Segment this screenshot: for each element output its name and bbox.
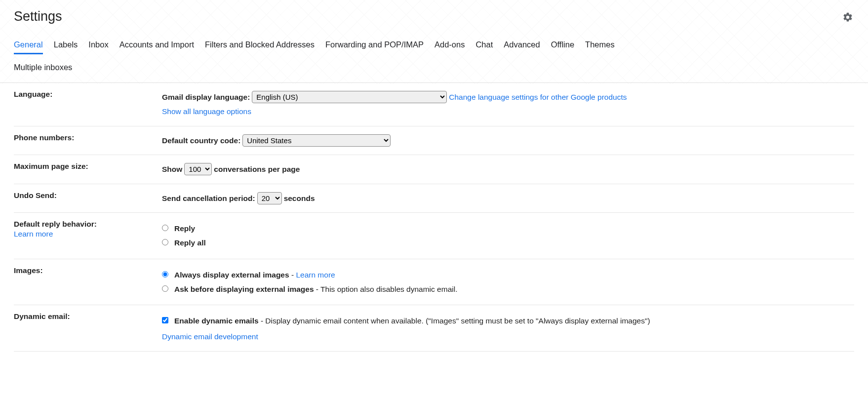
undo-period-select[interactable]: 20 <box>257 192 282 204</box>
setting-label-images: Images: <box>14 266 162 275</box>
tab-general[interactable]: General <box>14 37 43 54</box>
tab-inbox[interactable]: Inbox <box>88 37 108 54</box>
dynamic-enable-row[interactable]: Enable dynamic emails - Display dynamic … <box>162 315 854 326</box>
undo-suffix: seconds <box>284 191 315 205</box>
tab-advanced[interactable]: Advanced <box>504 37 540 54</box>
images-ask-desc: - This option also disables dynamic emai… <box>314 285 458 293</box>
setting-label-undo: Undo Send: <box>14 191 162 200</box>
setting-default-reply: Default reply behavior: Learn more Reply… <box>14 213 854 259</box>
images-option-ask[interactable]: Ask before displaying external images - … <box>162 283 854 295</box>
tabs-row-1: GeneralLabelsInboxAccounts and ImportFil… <box>14 37 854 54</box>
setting-phone-numbers: Phone numbers: Default country code: Uni… <box>14 126 854 155</box>
tab-chat[interactable]: Chat <box>475 37 493 54</box>
reply-radio-reply[interactable] <box>162 225 168 231</box>
page-size-prefix: Show <box>162 162 182 176</box>
tab-filters-and-blocked-addresses[interactable]: Filters and Blocked Addresses <box>205 37 315 54</box>
undo-prefix: Send cancellation period: <box>162 191 255 205</box>
change-language-other-products-link[interactable]: Change language settings for other Googl… <box>449 90 627 104</box>
gmail-display-language-label: Gmail display language: <box>162 90 250 104</box>
tab-add-ons[interactable]: Add-ons <box>434 37 465 54</box>
reply-option-reply[interactable]: Reply <box>162 223 854 234</box>
dynamic-enable-checkbox[interactable] <box>162 317 168 323</box>
setting-label-reply: Default reply behavior: <box>14 220 97 228</box>
reply-option-reply-all[interactable]: Reply all <box>162 237 854 248</box>
setting-undo-send: Undo Send: Send cancellation period: 20 … <box>14 184 854 213</box>
images-always-label: Always display external images <box>174 271 289 279</box>
tabs-row-2: Multiple inboxes <box>14 59 854 82</box>
tab-accounts-and-import[interactable]: Accounts and Import <box>119 37 194 54</box>
images-sep1: - <box>289 271 296 279</box>
reply-radio-reply-all[interactable] <box>162 239 168 245</box>
tab-forwarding-and-pop-imap[interactable]: Forwarding and POP/IMAP <box>325 37 424 54</box>
reply-learn-more-link[interactable]: Learn more <box>14 230 157 238</box>
setting-language: Language: Gmail display language: Englis… <box>14 83 854 126</box>
setting-label-phone: Phone numbers: <box>14 133 162 142</box>
tab-themes[interactable]: Themes <box>585 37 615 54</box>
setting-label-language: Language: <box>14 90 162 99</box>
reply-option-reply-label: Reply <box>174 223 195 234</box>
images-radio-ask[interactable] <box>162 285 168 292</box>
images-ask-label: Ask before displaying external images <box>174 285 314 293</box>
setting-label-dynamic: Dynamic email: <box>14 312 162 321</box>
dynamic-email-development-link[interactable]: Dynamic email development <box>162 329 258 344</box>
country-code-select[interactable]: United States <box>242 134 391 147</box>
language-select[interactable]: English (US) <box>252 91 447 103</box>
page-title: Settings <box>14 9 62 24</box>
tab-offline[interactable]: Offline <box>551 37 574 54</box>
gear-icon[interactable] <box>842 9 858 25</box>
images-radio-always[interactable] <box>162 271 168 278</box>
setting-dynamic-email: Dynamic email: Enable dynamic emails - D… <box>14 305 854 352</box>
reply-option-reply-all-label: Reply all <box>174 237 206 248</box>
default-country-code-label: Default country code: <box>162 133 240 148</box>
page-size-select[interactable]: 100 <box>184 163 212 175</box>
dynamic-enable-desc: - Display dynamic email content when ava… <box>259 317 650 325</box>
setting-images: Images: Always display external images -… <box>14 259 854 306</box>
images-option-always[interactable]: Always display external images - Learn m… <box>162 269 854 280</box>
images-learn-more-link[interactable]: Learn more <box>296 271 335 279</box>
page-size-suffix: conversations per page <box>214 162 300 176</box>
tab-labels[interactable]: Labels <box>54 37 78 54</box>
show-all-language-options-link[interactable]: Show all language options <box>162 104 251 119</box>
setting-label-page-size: Maximum page size: <box>14 162 162 171</box>
setting-maximum-page-size: Maximum page size: Show 100 conversation… <box>14 155 854 184</box>
tab-multiple-inboxes[interactable]: Multiple inboxes <box>14 59 72 77</box>
dynamic-enable-label: Enable dynamic emails <box>174 317 259 325</box>
